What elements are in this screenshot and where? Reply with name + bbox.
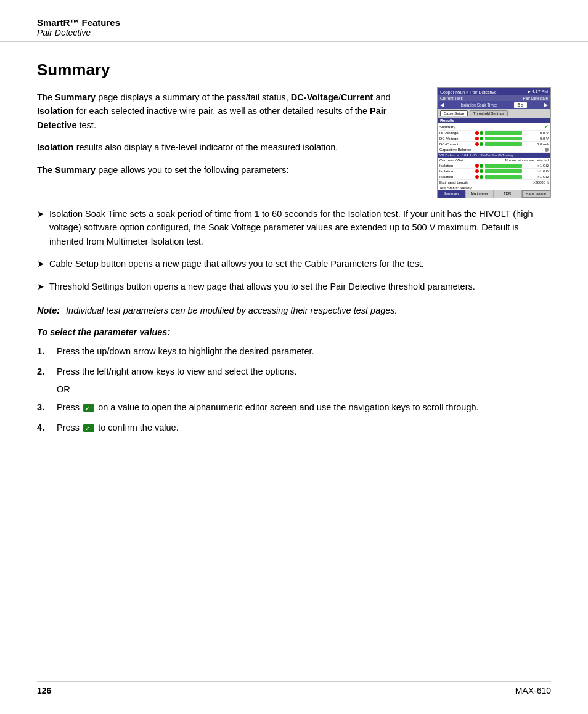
isolation-paragraph: Isolation results also display a five-le… — [37, 140, 425, 154]
header-subtitle: Pair Detective — [37, 28, 551, 38]
device-current-test-value: Pair Detective — [523, 96, 548, 100]
dot-green-1 — [480, 131, 483, 135]
device-vfbalance-extra: PairTestShortOrTossing — [480, 153, 513, 157]
device-breadcrumb: Copper Main > Pair Detective — [440, 90, 497, 94]
device-results-header: Results: — [438, 118, 550, 123]
device-isolation1-label: Isolation — [439, 164, 473, 168]
intro-paragraph-1: The Summary page displays a summary of t… — [37, 91, 425, 132]
device-isolation1-value: >1 GΩ — [524, 164, 549, 168]
intro-bold-isolation: Isolation — [37, 106, 74, 116]
device-status-label: Test Status: — [439, 186, 459, 190]
dot-green-4 — [480, 164, 483, 168]
intro-bold-current: Current — [341, 92, 373, 102]
device-summary-label: Summary — [439, 125, 473, 129]
device-buttons-row: Cable Setup Threshold Settings — [438, 109, 550, 118]
header-title: SmartR™ Features — [37, 17, 551, 28]
or-text: OR — [57, 384, 551, 394]
step-4-text-before: Press — [57, 423, 80, 432]
dot-red-4 — [475, 164, 479, 168]
device-tab-multimeter[interactable]: Multimeter — [466, 190, 494, 198]
section-title: Summary — [37, 60, 551, 79]
device-dcvoltage1-row: DC-Voltage 0.0 V — [438, 131, 550, 136]
bullet-list: ➤ Isolation Soak Time sets a soak period… — [37, 207, 551, 294]
step-1: 1. Press the up/down arrow keys to highl… — [37, 344, 551, 358]
device-capbalance-row: Capacitive Balance — [438, 147, 550, 153]
device-dccurrent-value: 0.0 mA — [524, 142, 549, 146]
device-dccurrent-label: DC-Current — [439, 142, 473, 146]
device-dcvoltage1-value: 0.0 V — [524, 131, 549, 135]
device-estlength-value: >20000 ft — [533, 181, 549, 184]
dot-gray-1 — [545, 148, 549, 152]
device-dcvoltage2-row: DC-Voltage 0.0 V — [438, 136, 550, 142]
bullet2-bold2: Cable Parameters — [304, 259, 377, 269]
device-isolation2-bar — [485, 169, 522, 173]
arrow-bullet-3: ➤ — [37, 280, 44, 294]
checkmark-icon-1 — [83, 404, 94, 412]
procedure-title: To select the parameter values: — [37, 327, 551, 337]
bullet-content-2: Cable Setup button opens a new page that… — [49, 257, 551, 270]
step-2: 2. Press the left/right arrow keys to vi… — [37, 365, 551, 378]
dot-red-5 — [475, 169, 479, 173]
bullet3-bold2: Pair Detective — [330, 282, 385, 291]
device-current-test-bar: Current Test: Pair Detective — [438, 95, 550, 101]
device-tab-summary[interactable]: Summary — [438, 190, 466, 198]
device-estlength-label: Estimated Length — [439, 181, 473, 184]
intro-bold-summary: Summary — [55, 92, 96, 102]
device-isolation1-dots — [475, 164, 483, 168]
device-soak-bar: ◀ Isolation Soak Time: 5 s ▶ — [438, 101, 550, 109]
device-threshold-settings-btn[interactable]: Threshold Settings — [470, 110, 508, 116]
device-soak-value: 5 s — [514, 102, 527, 108]
device-vfbalance-value: 104.1 dB — [462, 153, 477, 157]
bullet1-bold3: Soak Voltage — [208, 222, 261, 232]
intro-text: The Summary page displays a summary of t… — [37, 91, 425, 198]
step-4: 4. Press to confirm the value. — [37, 421, 551, 434]
bullet3-text2: threshold parameters. — [388, 282, 475, 291]
bullet-item-1: ➤ Isolation Soak Time sets a soak period… — [37, 207, 551, 248]
device-isolation2-row: Isolation >1 GΩ — [438, 169, 550, 174]
device-dcvoltage1-bar — [485, 131, 522, 135]
dot-red-2 — [475, 137, 479, 140]
dot-red-1 — [475, 131, 479, 135]
bullet-content-3: Threshold Settings button opens a new pa… — [49, 280, 551, 293]
device-tab-save[interactable]: Save Result — [522, 190, 551, 198]
device-dcvoltage2-value: 0.0 V — [524, 137, 549, 140]
summary-text-1: The — [37, 165, 55, 175]
device-summary-check: ✔ — [544, 124, 549, 129]
header: SmartR™ Features Pair Detective — [0, 0, 588, 42]
dot-green-2 — [480, 137, 483, 140]
device-dcvoltage2-bar — [485, 137, 522, 140]
bullet-item-3: ➤ Threshold Settings button opens a new … — [37, 280, 551, 294]
intro-section: The Summary page displays a summary of t… — [37, 91, 551, 198]
intro-text-3: and — [375, 92, 390, 102]
footer-model: MAX-610 — [515, 686, 551, 696]
bullet1-bold: Isolation Soak Time — [49, 209, 128, 219]
soak-right-arrow: ▶ — [544, 102, 548, 108]
device-tab-tdr[interactable]: TDR — [494, 190, 522, 198]
step-1-number: 1. — [37, 344, 49, 358]
dot-red-3 — [475, 142, 479, 146]
soak-left-arrow: ◀ — [440, 102, 444, 108]
device-current-test-label: Current Test: — [440, 96, 463, 100]
device-screenshot: Copper Main > Pair Detective ▶ 4:17 PM C… — [437, 87, 551, 198]
step-3-text-before: Press — [57, 402, 80, 412]
device-corrosion-row: Corrosion/Wet No corrosion or wet detect… — [438, 158, 550, 163]
bullet3-text1: button opens a new page that allows you … — [126, 282, 330, 291]
bullet1-text4: test. — [186, 237, 203, 246]
step-4-content: Press to confirm the value. — [57, 421, 551, 434]
bullet3-bold: Threshold Settings — [49, 282, 124, 291]
dot-green-3 — [480, 142, 483, 146]
step-3-number: 3. — [37, 400, 49, 414]
dot-green-6 — [480, 175, 483, 179]
checkmark-icon-2 — [83, 424, 94, 432]
summary-paragraph: The Summary page allows you to set the f… — [37, 163, 425, 177]
device-soak-label: Isolation Soak Time: — [461, 103, 497, 107]
device-summary-row: Summary ✔ — [438, 123, 550, 131]
intro-bold-dc-voltage: DC-Voltage — [291, 92, 338, 102]
arrow-bullet-2: ➤ — [37, 258, 44, 271]
device-cable-setup-btn[interactable]: Cable Setup — [440, 110, 468, 116]
step-2-content: Press the left/right arrow keys to view … — [57, 365, 551, 378]
device-image: Copper Main > Pair Detective ▶ 4:17 PM C… — [437, 87, 551, 198]
step-3-text-after: on a value to open the alphanumeric edit… — [98, 402, 478, 412]
device-estlength-row: Estimated Length >20000 ft — [438, 180, 550, 185]
intro-text-2: page displays a summary of the pass/fail… — [98, 92, 291, 102]
